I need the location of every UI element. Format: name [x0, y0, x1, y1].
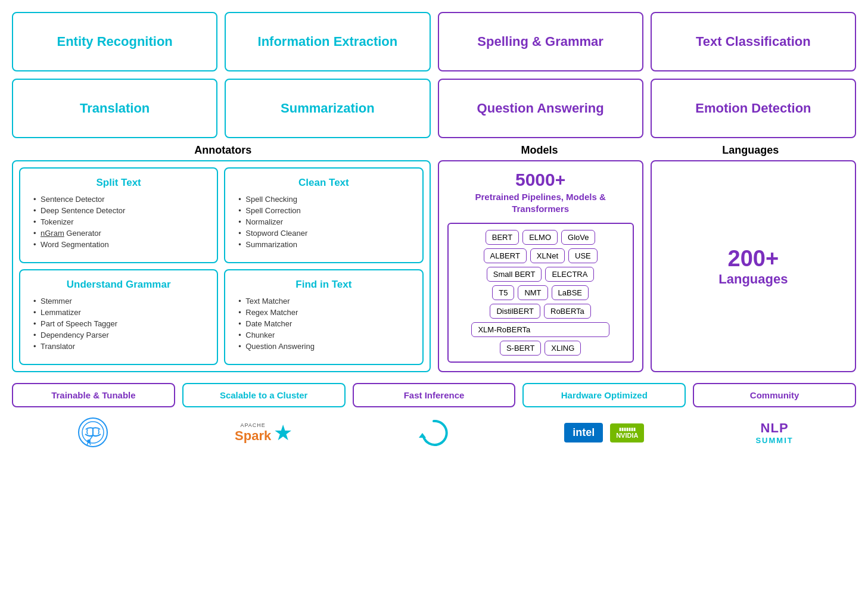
card-information-extraction[interactable]: Information Extraction [225, 12, 430, 71]
model-tag-sbert: S-BERT [500, 341, 541, 356]
languages-label: Languages [645, 144, 856, 157]
models-description: Pretrained Pipelines, Models & Transform… [447, 191, 634, 214]
annotators-label: Annotators [12, 144, 434, 157]
bottom-section: Trainable & Tunable [12, 383, 856, 452]
brain-icon [77, 413, 110, 452]
list-item: •Chunker [238, 331, 413, 339]
list-item: •Summarization [238, 240, 413, 249]
scalable-badge-container: Scalable to a Cluster APACHE Spark ★ [182, 383, 346, 452]
card-translation[interactable]: Translation [12, 79, 217, 138]
model-row-5: DistilBERT RoBERTa [455, 304, 627, 319]
model-row-7: S-BERT XLING [455, 341, 627, 356]
annotators-section: Split Text •Sentence Detector •Deep Sent… [12, 160, 431, 372]
card-label: Spelling & Grammar [477, 34, 603, 49]
card-label: Summarization [281, 101, 375, 116]
list-item: •Question Answering [238, 342, 413, 351]
list-item: •Part of Speech Tagger [33, 319, 209, 328]
trainable-badge-container: Trainable & Tunable [12, 383, 175, 452]
card-question-answering[interactable]: Question Answering [438, 79, 643, 138]
list-item: •Stemmer [33, 297, 209, 306]
understand-grammar-title: Understand Grammar [29, 279, 209, 291]
model-tag-distilbert: DistilBERT [490, 304, 540, 319]
list-item: •Text Matcher [238, 297, 413, 306]
hw-logos: intel ▮▮▮▮▮▮▮ NVIDIA [564, 413, 644, 452]
list-item: •Deep Sentence Detector [33, 206, 209, 215]
model-row-3: Small BERT ELECTRA [455, 267, 627, 282]
model-tag-use: USE [568, 248, 598, 263]
card-spelling-grammar[interactable]: Spelling & Grammar [438, 12, 643, 71]
card-label: Text Classification [696, 34, 811, 49]
model-tag-xlnet: XLNet [530, 248, 565, 263]
fast-inference-badge-label[interactable]: Fast Inference [353, 383, 516, 407]
languages-text: Languages [718, 272, 788, 287]
model-tags-container: BERT ELMO GloVe ALBERT XLNet USE Small B… [447, 223, 634, 363]
top-card-grid: Entity Recognition Information Extractio… [12, 12, 856, 138]
card-emotion-detection[interactable]: Emotion Detection [651, 79, 856, 138]
card-label: Translation [80, 101, 150, 116]
model-tag-glove: GloVe [561, 230, 595, 245]
hardware-badge-container: Hardware Optimized intel ▮▮▮▮▮▮▮ NVIDIA [522, 383, 686, 452]
understand-grammar-card: Understand Grammar •Stemmer •Lemmatizer … [19, 269, 218, 365]
list-item: •Translator [33, 342, 209, 351]
community-badge-container: Community NLP SUMMIT [693, 383, 856, 452]
card-text-classification[interactable]: Text Classification [651, 12, 856, 71]
list-item: •nGram Generator [33, 229, 209, 238]
find-in-text-card: Find in Text •Text Matcher •Regex Matche… [224, 269, 423, 365]
model-tag-nmt: NMT [518, 285, 547, 300]
community-badge-label[interactable]: Community [693, 383, 856, 407]
model-row-4: T5 NMT LaBSE [455, 285, 627, 300]
svg-marker-6 [419, 433, 426, 438]
find-in-text-list: •Text Matcher •Regex Matcher •Date Match… [234, 297, 413, 351]
list-item: •Word Segmentation [33, 240, 209, 249]
models-label: Models [434, 144, 645, 157]
models-count: 5000+ [515, 170, 565, 190]
arrow-icon [418, 413, 450, 452]
model-tag-electra: ELECTRA [545, 267, 594, 282]
list-item: •Lemmatizer [33, 308, 209, 317]
model-tag-xlm-roberta: XLM-RoBERTa [471, 322, 609, 337]
model-tag-small-bert: Small BERT [487, 267, 542, 282]
list-item: •Dependency Parser [33, 331, 209, 339]
find-in-text-title: Find in Text [234, 279, 413, 291]
card-summarization[interactable]: Summarization [225, 79, 430, 138]
list-item: •Normalizer [238, 217, 413, 226]
models-section: 5000+ Pretrained Pipelines, Models & Tra… [438, 160, 643, 372]
model-row-1: BERT ELMO GloVe [455, 230, 627, 245]
clean-text-list: •Spell Checking •Spell Correction •Norma… [234, 195, 413, 249]
list-item: •Stopword Cleaner [238, 229, 413, 238]
list-item: •Date Matcher [238, 319, 413, 328]
trainable-badge-label[interactable]: Trainable & Tunable [12, 383, 175, 407]
card-label: Entity Recognition [57, 34, 172, 49]
main-container: Entity Recognition Information Extractio… [12, 12, 856, 452]
model-tag-bert: BERT [486, 230, 519, 245]
model-tag-elmo: ELMO [522, 230, 558, 245]
card-label: Emotion Detection [695, 101, 811, 116]
nvidia-logo: ▮▮▮▮▮▮▮ NVIDIA [610, 423, 644, 442]
split-text-title: Split Text [29, 177, 209, 189]
model-tag-roberta: RoBERTa [544, 304, 591, 319]
clean-text-title: Clean Text [234, 177, 413, 189]
hardware-badge-label[interactable]: Hardware Optimized [522, 383, 686, 407]
understand-grammar-list: •Stemmer •Lemmatizer •Part of Speech Tag… [29, 297, 209, 351]
list-item: •Spell Checking [238, 195, 413, 204]
section-labels-row: Annotators Models Languages [12, 144, 856, 157]
nlp-summit-logo: NLP SUMMIT [755, 413, 793, 452]
card-label: Question Answering [477, 101, 604, 116]
model-tag-albert: ALBERT [484, 248, 527, 263]
fast-inference-badge-container: Fast Inference [353, 383, 516, 452]
model-tag-t5: T5 [492, 285, 514, 300]
scalable-badge-label[interactable]: Scalable to a Cluster [182, 383, 346, 407]
list-item: •Regex Matcher [238, 308, 413, 317]
clean-text-card: Clean Text •Spell Checking •Spell Correc… [224, 167, 423, 263]
split-text-card: Split Text •Sentence Detector •Deep Sent… [19, 167, 218, 263]
card-entity-recognition[interactable]: Entity Recognition [12, 12, 217, 71]
languages-count: 200+ [728, 246, 779, 272]
split-text-list: •Sentence Detector •Deep Sentence Detect… [29, 195, 209, 249]
model-row-6: XLM-RoBERTa [455, 322, 627, 337]
list-item: •Spell Correction [238, 206, 413, 215]
intel-logo: intel [564, 423, 603, 442]
card-label: Information Extraction [258, 34, 398, 49]
list-item: •Sentence Detector [33, 195, 209, 204]
list-item: •Tokenizer [33, 217, 209, 226]
model-tag-xling: XLING [545, 341, 581, 356]
